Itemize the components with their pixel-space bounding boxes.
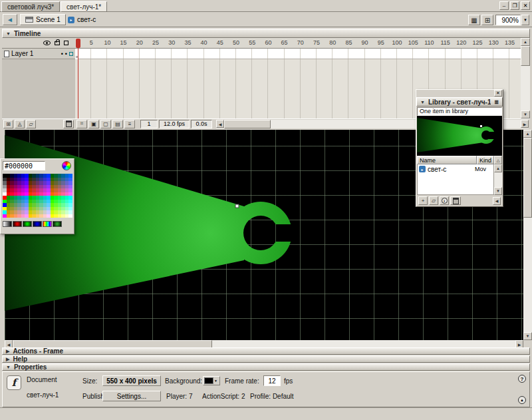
insert-folder-button[interactable]: ▱ bbox=[26, 120, 36, 128]
gradient-swatch[interactable] bbox=[43, 221, 52, 227]
symbol-breadcrumb[interactable]: ▸ свет-с bbox=[64, 14, 100, 25]
publish-settings-button[interactable]: Settings... bbox=[102, 391, 161, 401]
timeline-vscrollbar[interactable]: ▲ ▼ bbox=[521, 38, 530, 118]
layer-lock-dot[interactable]: • bbox=[65, 51, 67, 57]
library-column-headers: NameKind bbox=[417, 156, 494, 164]
center-frame-button[interactable]: ⌗ bbox=[76, 120, 87, 128]
ruler-tick-25: 25 bbox=[149, 39, 162, 46]
ruler-tick-90: 90 bbox=[358, 39, 372, 46]
scroll-up-icon[interactable]: ▲ bbox=[494, 164, 502, 172]
scroll-up-icon[interactable]: ▲ bbox=[521, 38, 530, 46]
onion-skin-button[interactable]: ▣ bbox=[88, 120, 99, 128]
stage-vscrollbar[interactable]: ▲ ▼ bbox=[523, 130, 532, 340]
delete-layer-button[interactable] bbox=[63, 120, 74, 128]
layer-row[interactable]: Layer 1 • • bbox=[2, 49, 75, 59]
library-column-name[interactable]: Name bbox=[417, 156, 477, 164]
library-item-row[interactable]: ▸свет-сMov bbox=[418, 164, 493, 174]
scene-breadcrumb[interactable]: Scene 1 bbox=[20, 14, 66, 25]
library-title: Library - свет-луч-1 bbox=[428, 99, 491, 106]
insert-layer-button[interactable]: ⊞ bbox=[3, 120, 13, 128]
playhead-line[interactable] bbox=[78, 39, 78, 118]
scroll-down-icon[interactable]: ▼ bbox=[494, 187, 502, 195]
scroll-left-icon[interactable]: ◀ bbox=[216, 120, 224, 128]
library-close-icon[interactable]: ✕ bbox=[494, 90, 502, 97]
chevron-down-icon: ▼ bbox=[214, 379, 217, 383]
zoom-input[interactable] bbox=[495, 15, 521, 25]
actions-panel-header[interactable]: ▶ Actions - Frame bbox=[2, 347, 530, 355]
timeline-ruler[interactable]: 5101520253035404550556065707580859095100… bbox=[75, 38, 521, 49]
new-symbol-button[interactable]: + bbox=[418, 196, 428, 205]
gradient-swatch[interactable] bbox=[3, 221, 12, 227]
show-hide-icon[interactable] bbox=[43, 41, 51, 45]
edit-symbol-button[interactable]: ⊞ bbox=[481, 15, 493, 25]
library-column-kind[interactable]: Kind bbox=[477, 156, 494, 164]
help-icon[interactable]: ? bbox=[518, 375, 526, 383]
library-header[interactable]: ▼ Library - свет-луч-1 ≣ bbox=[416, 97, 503, 106]
item-properties-button[interactable]: i bbox=[440, 196, 449, 205]
gradient-swatch[interactable] bbox=[23, 221, 32, 227]
hex-color-input[interactable] bbox=[3, 161, 45, 170]
timeline-hscroll-thumb[interactable] bbox=[224, 120, 271, 128]
scroll-down-icon[interactable]: ▼ bbox=[521, 110, 530, 118]
trash-icon bbox=[453, 198, 459, 204]
layer-type-icon bbox=[4, 51, 9, 57]
lock-icon[interactable] bbox=[55, 41, 60, 45]
library-sort-button[interactable]: △ bbox=[494, 156, 502, 164]
timeline-panel-header[interactable]: ▼ Timeline bbox=[2, 29, 530, 38]
modify-onion-markers-button[interactable]: ≡ bbox=[124, 120, 135, 128]
restore-button[interactable]: ❐ bbox=[510, 1, 519, 10]
document-tab[interactable]: свет-луч-1* bbox=[61, 1, 107, 12]
scroll-right-icon[interactable]: ▶ bbox=[521, 120, 529, 128]
document-tabs: световой луч3*свет-луч-1* bbox=[1, 1, 108, 12]
elapsed-time-indicator: 0.0s bbox=[191, 120, 212, 128]
zoom-dropdown-button[interactable]: ▼ bbox=[521, 15, 529, 25]
frame-rate-input[interactable] bbox=[263, 375, 281, 386]
color-swatch[interactable] bbox=[68, 214, 72, 218]
library-options-menu-icon[interactable]: ≣ bbox=[494, 99, 499, 105]
layer-visible-dot[interactable]: • bbox=[61, 51, 63, 57]
frame-rate-indicator[interactable]: 12.0 fps bbox=[159, 120, 190, 128]
background-color-swatch[interactable]: ▼ bbox=[203, 376, 220, 385]
properties-panel-header[interactable]: ▼ Properties bbox=[2, 363, 530, 371]
outline-view-icon[interactable] bbox=[64, 41, 68, 45]
size-label: Size: bbox=[82, 377, 97, 385]
document-tab[interactable]: световой луч3* bbox=[1, 1, 60, 12]
flash-application-window: световой луч3*свет-луч-1* – ❐ ✕ ◄ Scene … bbox=[0, 0, 532, 420]
ruler-tick-130: 130 bbox=[487, 39, 500, 46]
minimize-button[interactable]: – bbox=[499, 1, 509, 10]
color-wheel-icon[interactable] bbox=[62, 161, 71, 170]
close-button[interactable]: ✕ bbox=[521, 1, 530, 10]
layer-frames-row[interactable] bbox=[75, 49, 521, 59]
transform-handle[interactable] bbox=[235, 204, 239, 208]
timeline-panel-title: Timeline bbox=[14, 30, 41, 37]
size-button[interactable]: 550 x 400 pixels bbox=[102, 375, 161, 386]
delete-item-button[interactable] bbox=[450, 196, 461, 205]
panel-collapse-icon[interactable]: ▲ bbox=[518, 396, 526, 404]
timeline-vscroll-thumb[interactable] bbox=[521, 46, 530, 66]
gradient-swatch[interactable] bbox=[53, 221, 62, 227]
library-titlebar[interactable]: ✕ bbox=[416, 90, 503, 97]
gradient-swatch[interactable] bbox=[33, 221, 42, 227]
edit-scene-button[interactable]: ▦ bbox=[468, 15, 480, 25]
layer-outline-color-icon[interactable] bbox=[69, 52, 73, 56]
document-tab-bar: световой луч3*свет-луч-1* – ❐ ✕ bbox=[0, 0, 532, 12]
expand-arrow-icon: ▶ bbox=[6, 349, 9, 354]
edit-multiple-frames-button[interactable]: ▤ bbox=[112, 120, 123, 128]
playhead-marker[interactable] bbox=[76, 39, 80, 48]
movie-clip-icon: ▸ bbox=[419, 166, 426, 172]
stage-scroll-up-icon[interactable]: ▲ bbox=[523, 130, 532, 138]
onion-skin-outlines-button[interactable]: ▢ bbox=[100, 120, 111, 128]
symbol-name: свет-с bbox=[77, 16, 96, 23]
layer-panel-empty bbox=[2, 59, 75, 118]
ruler-tick-95: 95 bbox=[374, 39, 388, 46]
add-motion-guide-button[interactable]: ◬ bbox=[15, 120, 25, 128]
library-scroll-left-icon[interactable]: ◀ bbox=[493, 197, 501, 205]
stage-vscroll-thumb[interactable] bbox=[523, 138, 532, 218]
gradient-swatch[interactable] bbox=[13, 221, 22, 227]
library-list-vscrollbar[interactable]: ▲ ▼ bbox=[494, 164, 502, 195]
help-panel-header[interactable]: ▶ Help bbox=[2, 355, 530, 363]
new-folder-button[interactable]: ▱ bbox=[429, 196, 438, 205]
collapse-arrow-icon: ▼ bbox=[6, 365, 11, 369]
back-button[interactable]: ◄ bbox=[3, 14, 17, 25]
stage-scroll-down-icon[interactable]: ▼ bbox=[523, 332, 532, 340]
